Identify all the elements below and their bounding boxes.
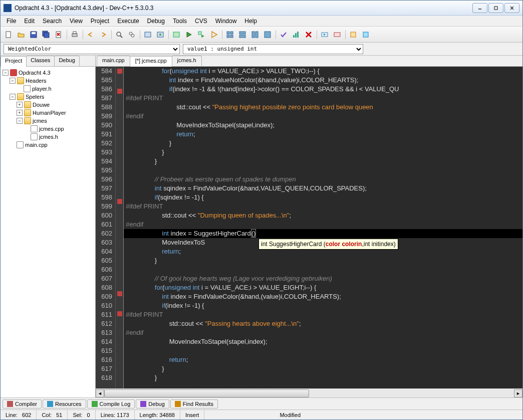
tree-folder-jcmes[interactable]: −jcmes bbox=[3, 117, 93, 125]
code-line[interactable]: int sqindex = FindValueColor(&hand,VALUE… bbox=[124, 184, 522, 193]
rebuild-button[interactable] bbox=[208, 29, 220, 41]
debug-check-button[interactable] bbox=[278, 29, 290, 41]
code-line[interactable]: int index = FindValueColor(&hand,(value)… bbox=[124, 292, 522, 301]
stop-button[interactable] bbox=[303, 29, 315, 41]
code-line[interactable]: } bbox=[124, 157, 522, 166]
code-line[interactable]: // Probeer als eerste queen of spades te… bbox=[124, 175, 522, 184]
code-line[interactable]: } bbox=[124, 148, 522, 157]
scroll-right-button[interactable]: ► bbox=[514, 389, 522, 397]
code-line[interactable]: std::cout << "Passing highest possible z… bbox=[124, 103, 522, 112]
maximize-button[interactable] bbox=[488, 3, 503, 13]
menu-search[interactable]: Search bbox=[39, 17, 66, 26]
code-line[interactable]: if(index != -1 && !(hand[index]->color()… bbox=[124, 85, 522, 94]
grid1-button[interactable] bbox=[224, 29, 236, 41]
menu-window[interactable]: Window bbox=[211, 17, 241, 26]
code-line[interactable]: return; bbox=[124, 130, 522, 139]
code-line[interactable] bbox=[124, 265, 522, 274]
class-combo[interactable]: WeightedColor bbox=[4, 44, 180, 54]
save-button[interactable] bbox=[28, 29, 40, 41]
minimize-button[interactable] bbox=[472, 3, 487, 13]
grid4-button[interactable] bbox=[262, 29, 274, 41]
compile-button[interactable] bbox=[170, 29, 182, 41]
tree-folder-humanplayer[interactable]: +HumanPlayer bbox=[3, 109, 93, 117]
code-line[interactable]: } bbox=[124, 364, 522, 373]
collapse-icon[interactable]: − bbox=[3, 70, 9, 76]
menu-execute[interactable]: Execute bbox=[113, 17, 143, 26]
tree-file[interactable]: player.h bbox=[3, 85, 93, 93]
horizontal-scrollbar[interactable]: ◄ ► bbox=[96, 388, 522, 397]
save-all-button[interactable] bbox=[40, 29, 52, 41]
code-line[interactable] bbox=[124, 346, 522, 355]
code-line[interactable]: // Of gooi hoge hearts weg (Lage voor ve… bbox=[124, 274, 522, 283]
undo-button[interactable] bbox=[85, 29, 97, 41]
bookmark-button[interactable] bbox=[154, 29, 166, 41]
panel-tab-classes[interactable]: Classes bbox=[26, 56, 55, 66]
scroll-thumb[interactable] bbox=[104, 389, 309, 397]
output-tab-resources[interactable]: Resources bbox=[43, 399, 86, 408]
code-line[interactable]: MoveIndexToStapel(stapel,index); bbox=[124, 337, 522, 346]
scroll-left-button[interactable]: ◄ bbox=[96, 389, 104, 397]
compile-run-button[interactable] bbox=[195, 29, 207, 41]
menu-project[interactable]: Project bbox=[87, 17, 113, 26]
output-tab-debug[interactable]: Debug bbox=[136, 399, 169, 408]
code-line[interactable]: int index = SuggestHigherCard() bbox=[124, 229, 522, 238]
output-tab-find-results[interactable]: Find Results bbox=[170, 399, 218, 408]
code-area[interactable]: for(unsigned int i = VALUE_ACE;i > VALUE… bbox=[124, 67, 522, 388]
fold-toggle[interactable] bbox=[117, 89, 122, 94]
editor-tab[interactable]: jcmes.h bbox=[172, 56, 202, 66]
code-line[interactable]: return; bbox=[124, 355, 522, 364]
code-line[interactable]: } bbox=[124, 139, 522, 148]
new-class-button[interactable] bbox=[347, 29, 359, 41]
tree-file[interactable]: jcmes.cpp bbox=[3, 125, 93, 133]
panel-tab-debug[interactable]: Debug bbox=[54, 56, 79, 66]
code-line[interactable]: } bbox=[124, 256, 522, 265]
collapse-icon[interactable]: − bbox=[17, 118, 23, 124]
tree-root[interactable]: −Opdracht 4.3 bbox=[3, 69, 93, 77]
project-tree[interactable]: −Opdracht 4.3 −Headers player.h −Spelers… bbox=[1, 67, 95, 397]
menu-debug[interactable]: Debug bbox=[143, 17, 169, 26]
tree-file-main[interactable]: main.cpp bbox=[3, 141, 93, 149]
grid3-button[interactable] bbox=[249, 29, 261, 41]
menu-file[interactable]: File bbox=[3, 17, 20, 26]
collapse-icon[interactable]: − bbox=[10, 94, 16, 100]
profile-button[interactable] bbox=[290, 29, 302, 41]
tool1-button[interactable] bbox=[319, 29, 331, 41]
code-line[interactable]: if(index != -1) { bbox=[124, 301, 522, 310]
find-button[interactable] bbox=[113, 29, 125, 41]
print-button[interactable] bbox=[69, 29, 81, 41]
menu-view[interactable]: View bbox=[66, 17, 87, 26]
close-button[interactable] bbox=[504, 3, 519, 13]
code-line[interactable]: #ifdef PRINT bbox=[124, 94, 522, 103]
open-button[interactable] bbox=[15, 29, 27, 41]
fold-toggle[interactable] bbox=[117, 199, 122, 204]
code-line[interactable]: if(sqindex != -1) { bbox=[124, 193, 522, 202]
code-line[interactable]: for(unsigned int i = VALUE_ACE;i > VALUE… bbox=[124, 67, 522, 76]
redo-button[interactable] bbox=[97, 29, 109, 41]
menu-edit[interactable]: Edit bbox=[20, 17, 39, 26]
menu-tools[interactable]: Tools bbox=[169, 17, 191, 26]
output-tab-compiler[interactable]: Compiler bbox=[3, 399, 42, 408]
help-button[interactable] bbox=[360, 29, 372, 41]
panel-tab-project[interactable]: Project bbox=[1, 56, 27, 67]
scroll-track[interactable] bbox=[104, 389, 514, 397]
code-line[interactable] bbox=[124, 166, 522, 175]
line-gutter[interactable]: 5845855865875885895905915925935945955965… bbox=[96, 67, 116, 388]
fold-toggle[interactable] bbox=[117, 291, 122, 296]
goto-line-button[interactable] bbox=[142, 29, 154, 41]
code-line[interactable]: } bbox=[124, 373, 522, 382]
code-line[interactable]: std::cout << "Dumping queen of spades...… bbox=[124, 211, 522, 220]
editor-tab[interactable]: main.cpp bbox=[97, 56, 130, 66]
code-line[interactable]: for(unsigned int i = VALUE_ACE;i > VALUE… bbox=[124, 283, 522, 292]
code-line[interactable]: int index = FindValueNotColor(&hand,(val… bbox=[124, 76, 522, 85]
replace-button[interactable] bbox=[126, 29, 138, 41]
tree-folder-headers[interactable]: −Headers bbox=[3, 77, 93, 85]
tool2-button[interactable] bbox=[331, 29, 343, 41]
fold-toggle[interactable] bbox=[117, 311, 122, 316]
tree-file[interactable]: jcmes.h bbox=[3, 133, 93, 141]
editor-tab[interactable]: [*] jcmes.cpp bbox=[130, 56, 172, 67]
code-line[interactable]: #endif bbox=[124, 328, 522, 337]
code-line[interactable]: #endif bbox=[124, 112, 522, 121]
code-line[interactable]: std::cout << "Passing hearts above eight… bbox=[124, 319, 522, 328]
member-combo[interactable]: value1 : unsigned int bbox=[183, 44, 363, 54]
fold-column[interactable] bbox=[116, 67, 124, 388]
